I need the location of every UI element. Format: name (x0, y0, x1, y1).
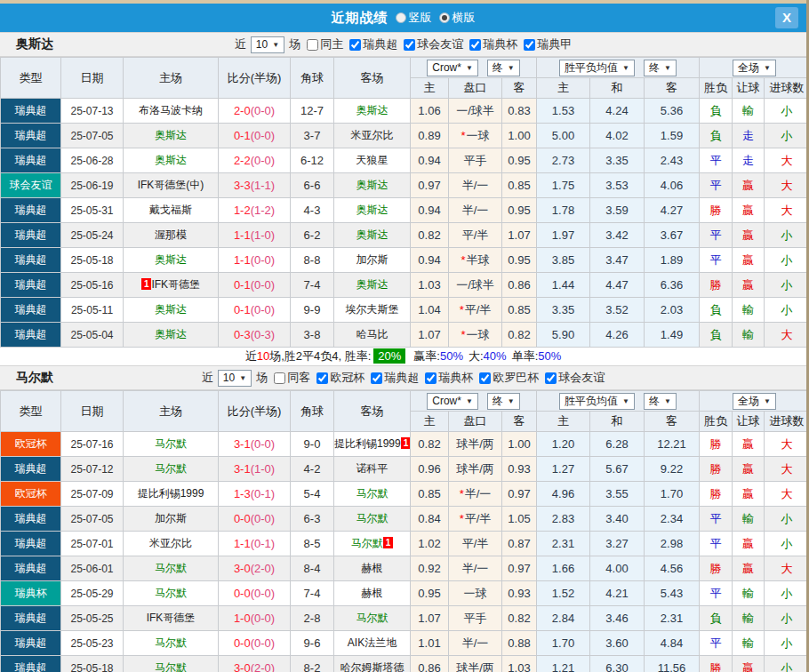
odds-final-select[interactable]: 终 (487, 393, 520, 410)
handicap-home-odds: 0.85 (411, 482, 449, 507)
league-filter[interactable]: 瑞典超 (346, 36, 397, 52)
score-cell: 1-3(0-1) (219, 482, 291, 507)
close-button[interactable]: X (775, 7, 798, 28)
vertical-layout-radio[interactable]: 竖版 (396, 10, 432, 26)
home-team-cell: 马尔默 (124, 457, 219, 482)
odds-company-select[interactable]: Crow* (427, 60, 478, 76)
league-filter[interactable]: 欧罗巴杯 (476, 370, 539, 386)
home-team-name: 戴戈福斯 (149, 204, 192, 216)
handicap-line: 半/一 (462, 636, 489, 650)
league-checkbox[interactable] (479, 372, 491, 384)
home-team-name: 奥斯达 (155, 303, 187, 316)
euro-away-odds: 2.31 (645, 606, 700, 631)
col-handicap-line: 盘口 (449, 78, 502, 99)
euro-draw-odds: 6.28 (590, 432, 645, 457)
league-type-cell: 瑞典超 (1, 223, 61, 248)
away-team-name: 奥斯达 (356, 228, 388, 241)
handicap-away-odds: 0.88 (502, 631, 537, 656)
score-cell: 0-0(0-0) (219, 631, 291, 656)
league-filter[interactable]: 瑞典甲 (520, 36, 572, 52)
radio-unselected-icon[interactable] (396, 12, 406, 23)
score-cell: 3-3(1-1) (219, 173, 291, 198)
same-venue-filter[interactable]: 同主 (303, 36, 343, 52)
team-section: 奥斯达 近10场同主瑞典超球会友谊瑞典杯瑞典甲 类型 日期 主场 比分(半场) … (0, 32, 806, 365)
away-team-cell: 马尔默1 (334, 532, 411, 556)
odds-final-select[interactable]: 终 (487, 60, 520, 76)
same-venue-checkbox[interactable] (307, 39, 318, 51)
rank-badge: 1 (141, 278, 152, 290)
euro-away-odds: 2.98 (645, 532, 700, 556)
handicap-home-odds: 1.07 (411, 606, 449, 631)
handicap-away-odds: 0.83 (502, 99, 537, 124)
date-cell: 25-05-11 (61, 298, 124, 323)
away-team-cell: 奥斯达 (334, 173, 411, 198)
avg-final-select[interactable]: 终 (644, 60, 677, 76)
changed-line-star: * (461, 253, 465, 267)
league-checkbox[interactable] (404, 39, 415, 51)
league-type-cell: 欧冠杯 (1, 482, 61, 507)
league-filter[interactable]: 球会友谊 (541, 370, 605, 386)
summary-stat-label: 单率: (512, 349, 539, 363)
handicap-line: 半/一 (462, 204, 489, 217)
handicap-home-odds: 0.82 (411, 223, 449, 248)
league-checkbox[interactable] (371, 372, 382, 384)
euro-home-odds: 2.31 (537, 532, 590, 556)
team-name: 马尔默 (16, 370, 53, 386)
half-time-score: (0-0) (251, 512, 275, 525)
away-team-name: 赫根 (362, 587, 383, 599)
avg-odds-select[interactable]: 胜平负均值 (559, 393, 635, 410)
euro-home-odds: 1.70 (537, 631, 590, 656)
league-filter[interactable]: 瑞典超 (367, 370, 419, 386)
handicap-away-odds: 1.05 (502, 507, 537, 532)
league-type-cell: 球会友谊 (1, 173, 61, 198)
result-goals-cell: 小 (765, 124, 809, 148)
avg-odds-select[interactable]: 胜平负均值 (559, 60, 635, 76)
result-handicap-cell: 贏 (733, 248, 765, 273)
odds-company-select[interactable]: Crow* (427, 393, 478, 410)
radio-selected-icon[interactable] (439, 12, 450, 23)
league-filter[interactable]: 欧冠杯 (313, 370, 364, 386)
home-team-cell: 马尔默 (124, 432, 219, 457)
result-handicap-cell: 贏 (733, 532, 765, 556)
home-team-name: 马尔默 (155, 437, 187, 450)
date-cell: 25-07-05 (61, 124, 124, 148)
league-filter[interactable]: 瑞典杯 (466, 36, 517, 52)
same-venue-filter[interactable]: 同客 (270, 370, 310, 386)
league-filter[interactable]: 球会友谊 (400, 36, 463, 52)
match-count-select[interactable]: 10 (251, 36, 284, 53)
summary-stat-label: 大: (469, 349, 484, 363)
home-team-cell: 1IFK哥德堡 (124, 273, 219, 298)
league-checkbox[interactable] (316, 372, 328, 384)
full-match-select[interactable]: 全场 (733, 60, 776, 76)
match-row: 瑞典超25-07-12马尔默3-1(1-0)4-2诺科平0.96球半/两0.93… (1, 457, 809, 482)
euro-draw-odds: 3.35 (590, 148, 645, 173)
league-checkbox[interactable] (545, 372, 557, 384)
home-team-cell: 米亚尔比 (124, 532, 219, 556)
league-type-cell: 瑞典超 (1, 457, 61, 482)
same-venue-checkbox[interactable] (274, 372, 285, 384)
date-cell: 25-07-13 (61, 99, 124, 124)
league-checkbox[interactable] (349, 39, 361, 51)
league-checkbox[interactable] (469, 39, 481, 51)
half-time-score: (2-0) (251, 562, 275, 575)
home-team-name: 马尔默 (155, 587, 187, 599)
col-euro-draw: 和 (590, 78, 645, 99)
col-corner: 角球 (291, 58, 334, 99)
handicap-line: 平/半 (462, 537, 489, 550)
date-cell: 25-05-25 (61, 606, 124, 631)
team-name: 奥斯达 (16, 36, 53, 52)
corner-cell: 12-7 (291, 99, 334, 124)
handicap-line-cell: *平/半 (449, 298, 502, 323)
avg-final-select[interactable]: 终 (644, 393, 677, 410)
away-team-cell: 奥斯达 (334, 99, 411, 124)
col-handicap-line: 盘口 (449, 412, 502, 432)
home-team-cell: 渥那模 (124, 223, 219, 248)
corner-cell: 7-4 (291, 581, 334, 606)
league-filter[interactable]: 瑞典杯 (421, 370, 473, 386)
league-checkbox[interactable] (425, 372, 437, 384)
league-checkbox[interactable] (524, 39, 535, 51)
horizontal-layout-radio[interactable]: 横版 (439, 10, 476, 26)
full-match-select[interactable]: 全场 (733, 393, 776, 410)
col-home: 主场 (124, 391, 219, 432)
match-count-select[interactable]: 10 (218, 370, 252, 387)
